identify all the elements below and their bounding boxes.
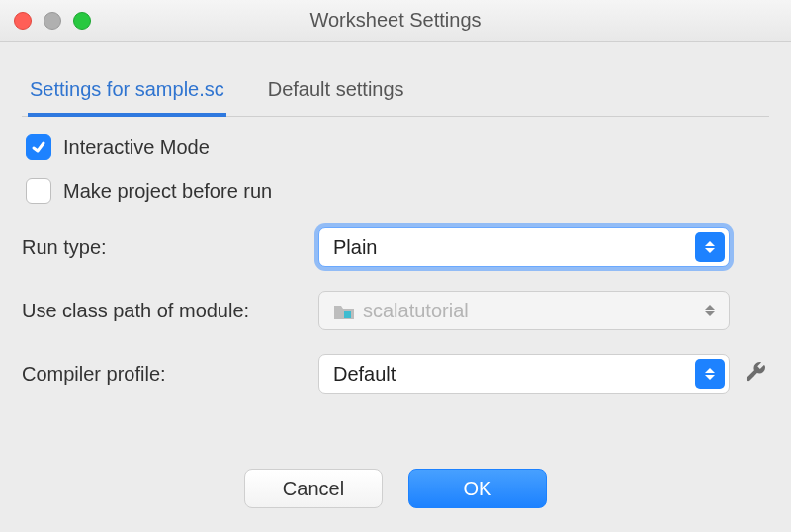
tabs: Settings for sample.sc Default settings <box>22 65 769 117</box>
interactive-mode-label: Interactive Mode <box>63 136 210 159</box>
dialog-content: Settings for sample.sc Default settings … <box>0 42 791 394</box>
compiler-profile-stepper[interactable] <box>695 359 725 389</box>
run-type-label: Run type: <box>22 236 318 259</box>
chevron-up-icon <box>705 241 715 246</box>
chevron-down-icon <box>705 375 715 380</box>
classpath-value: scalatutorial <box>363 300 469 322</box>
compiler-profile-label: Compiler profile: <box>22 363 318 386</box>
wrench-icon[interactable] <box>744 360 767 389</box>
run-type-stepper[interactable] <box>695 232 725 262</box>
minimize-window-button[interactable] <box>44 12 61 30</box>
tab-settings-for-file[interactable]: Settings for sample.sc <box>28 72 226 117</box>
zoom-window-button[interactable] <box>73 12 91 30</box>
chevron-up-icon <box>705 305 715 310</box>
dialog-footer: Cancel OK <box>0 469 791 508</box>
svg-rect-0 <box>344 311 351 318</box>
compiler-profile-value: Default <box>333 363 396 386</box>
interactive-mode-checkbox[interactable] <box>26 134 51 160</box>
ok-button[interactable]: OK <box>408 469 547 508</box>
chevron-down-icon <box>705 248 715 253</box>
window-title: Worksheet Settings <box>0 9 791 32</box>
module-folder-icon <box>333 303 355 320</box>
chevron-up-icon <box>705 368 715 373</box>
make-before-run-row: Make project before run <box>26 178 765 204</box>
title-bar: Worksheet Settings <box>0 0 791 42</box>
chevron-down-icon <box>705 311 715 316</box>
run-type-value: Plain <box>333 236 377 259</box>
tab-default-settings[interactable]: Default settings <box>266 72 406 117</box>
run-type-select[interactable]: Plain <box>318 227 730 267</box>
window-controls <box>14 12 91 30</box>
cancel-button[interactable]: Cancel <box>244 469 383 508</box>
compiler-profile-select[interactable]: Default <box>318 354 730 394</box>
form-grid: Run type: Plain Use class path of module… <box>22 227 769 394</box>
make-before-run-label: Make project before run <box>63 180 272 203</box>
classpath-stepper[interactable] <box>695 296 725 325</box>
classpath-select[interactable]: scalatutorial <box>318 291 730 330</box>
classpath-label: Use class path of module: <box>22 300 318 322</box>
interactive-mode-row: Interactive Mode <box>26 134 765 160</box>
close-window-button[interactable] <box>14 12 32 30</box>
make-before-run-checkbox[interactable] <box>26 178 51 204</box>
